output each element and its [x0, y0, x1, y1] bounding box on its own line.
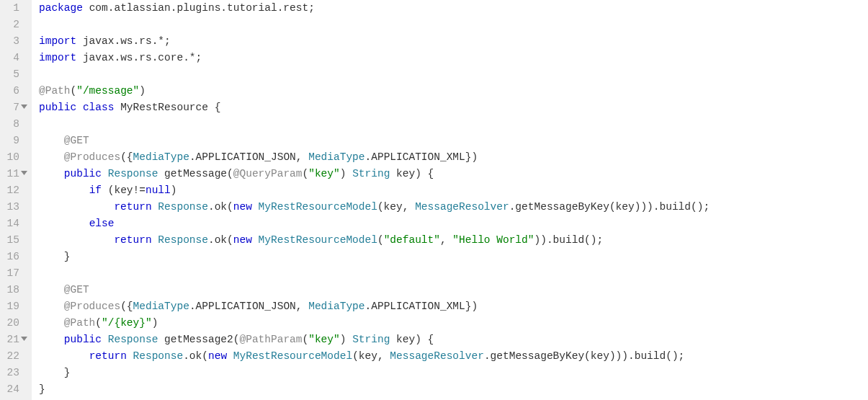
- token-plain: ): [171, 185, 177, 196]
- code-line[interactable]: @GET: [39, 133, 868, 149]
- line-number: 13: [0, 199, 21, 215]
- code-line[interactable]: public class MyRestResource {: [39, 99, 868, 116]
- code-line[interactable]: [39, 17, 868, 33]
- code-line[interactable]: @Path("/{key}"): [39, 315, 868, 332]
- token-plain: ): [340, 334, 352, 345]
- code-line[interactable]: return Response.ok(new MyRestResourceMod…: [39, 199, 868, 215]
- token-ann: @Path: [64, 317, 96, 329]
- svg-marker-2: [21, 337, 27, 341]
- code-line[interactable]: }: [39, 365, 868, 381]
- code-line[interactable]: [39, 66, 868, 83]
- token-plain: [227, 350, 233, 362]
- token-plain: [102, 334, 108, 345]
- token-plain: .APPLICATION_JSON,: [189, 151, 308, 163]
- fold-toggle-icon: [21, 353, 27, 360]
- token-plain: }: [39, 383, 45, 395]
- token-plain: }: [39, 367, 71, 378]
- token-str: "key": [308, 334, 340, 345]
- token-plain: )).build();: [534, 234, 603, 246]
- code-line[interactable]: import javax.ws.rs.*;: [39, 33, 868, 50]
- gutter-line: 12: [0, 182, 29, 199]
- line-number: 1: [0, 0, 21, 17]
- fold-toggle-icon: [21, 154, 27, 161]
- token-plain: .ok(: [183, 350, 208, 362]
- fold-toggle-icon: [21, 221, 27, 227]
- token-str: "Hello World": [452, 234, 534, 246]
- token-type: MediaType: [133, 151, 189, 163]
- gutter-line: 10: [0, 149, 29, 166]
- gutter-line: 3: [0, 33, 29, 50]
- token-plain: [39, 334, 64, 345]
- token-type: MessageResolver: [415, 201, 509, 213]
- fold-toggle-icon: [21, 88, 27, 94]
- line-number: 24: [0, 381, 21, 398]
- token-type: MessageResolver: [390, 350, 484, 362]
- token-plain: [102, 168, 108, 179]
- token-plain: {: [208, 102, 220, 113]
- code-line[interactable]: return Response.ok(new MyRestResourceMod…: [39, 348, 868, 365]
- gutter-line: 11: [0, 166, 29, 182]
- token-kw: public: [64, 334, 102, 345]
- token-plain: (: [71, 85, 77, 97]
- code-line[interactable]: @GET: [39, 282, 868, 298]
- code-line[interactable]: import javax.ws.rs.core.*;: [39, 50, 868, 66]
- gutter: 123456789101112131415161718192021222324: [0, 0, 32, 400]
- token-plain: (key,: [352, 350, 390, 362]
- token-plain: [39, 317, 64, 329]
- token-plain: ({: [120, 151, 133, 163]
- line-number: 2: [0, 17, 21, 33]
- line-number: 12: [0, 182, 21, 199]
- token-plain: .APPLICATION_XML}): [365, 301, 478, 312]
- line-number: 21: [0, 332, 21, 348]
- fold-toggle-icon[interactable]: [21, 171, 27, 177]
- token-type: MediaType: [308, 151, 364, 163]
- gutter-line: 1: [0, 0, 29, 17]
- fold-toggle-icon: [21, 22, 27, 28]
- code-line[interactable]: public Response getMessage2(@PathParam("…: [39, 332, 868, 348]
- code-line[interactable]: [39, 116, 868, 133]
- fold-toggle-icon: [21, 138, 27, 144]
- code-line[interactable]: @Path("/message"): [39, 83, 868, 99]
- token-kw: return: [89, 350, 127, 362]
- code-line[interactable]: if (key!=null): [39, 182, 868, 199]
- code-line[interactable]: @Produces({MediaType.APPLICATION_JSON, M…: [39, 298, 868, 315]
- gutter-line: 14: [0, 215, 29, 232]
- code-line[interactable]: }: [39, 249, 868, 265]
- line-number: 4: [0, 50, 21, 66]
- gutter-line: 7: [0, 99, 29, 116]
- code-line[interactable]: @Produces({MediaType.APPLICATION_JSON, M…: [39, 149, 868, 166]
- fold-toggle-icon[interactable]: [21, 105, 27, 111]
- token-type: MyRestResourceModel: [233, 350, 352, 362]
- token-plain: javax.ws.rs.*;: [76, 35, 171, 47]
- fold-toggle-icon: [21, 5, 27, 12]
- token-plain: [39, 135, 64, 146]
- code-line[interactable]: [39, 265, 868, 282]
- token-kw: if: [89, 185, 102, 196]
- gutter-line: 2: [0, 17, 29, 33]
- line-number: 3: [0, 33, 21, 50]
- fold-toggle-icon[interactable]: [21, 337, 27, 343]
- token-type: MyRestResourceModel: [259, 234, 377, 246]
- token-plain: getMessage(: [158, 168, 233, 179]
- line-number: 17: [0, 265, 21, 282]
- svg-marker-1: [21, 171, 27, 175]
- gutter-line: 16: [0, 249, 29, 265]
- code-line[interactable]: public Response getMessage(@QueryParam("…: [39, 166, 868, 182]
- line-number: 18: [0, 282, 21, 298]
- token-kw: return: [114, 201, 151, 213]
- line-number: 22: [0, 348, 21, 365]
- code-line[interactable]: }: [39, 381, 868, 398]
- code-line[interactable]: return Response.ok(new MyRestResourceMod…: [39, 232, 868, 249]
- token-plain: getMessage2(: [158, 334, 239, 345]
- fold-toggle-icon: [21, 187, 27, 194]
- token-plain: (key,: [377, 201, 415, 213]
- token-plain: javax.ws.rs.core.*;: [76, 52, 202, 63]
- line-number: 5: [0, 66, 21, 83]
- token-kw: class: [83, 102, 115, 113]
- code-line[interactable]: package com.atlassian.plugins.tutorial.r…: [39, 0, 868, 17]
- code-line[interactable]: else: [39, 215, 868, 232]
- token-type: MediaType: [133, 301, 189, 312]
- code-area[interactable]: package com.atlassian.plugins.tutorial.r…: [32, 0, 868, 400]
- line-number: 23: [0, 365, 21, 381]
- token-kw: new: [208, 350, 227, 362]
